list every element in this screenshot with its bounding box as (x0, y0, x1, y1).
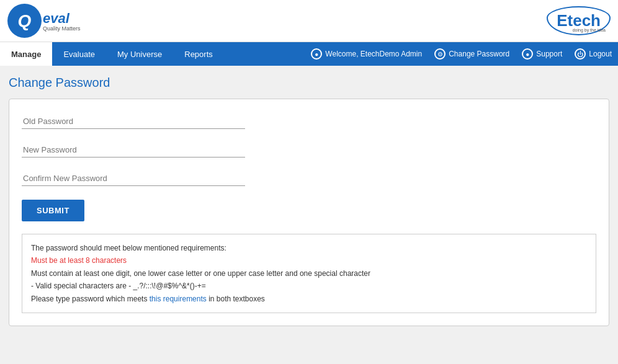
nav-change-password[interactable]: ⚙ Change Password (428, 42, 516, 66)
nav-item-evaluate[interactable]: Evaluate (52, 42, 106, 66)
requirements-box: The password should meet below mentioned… (22, 234, 596, 313)
gear-icon: ⚙ (434, 48, 446, 60)
power-icon: ⏻ (575, 48, 586, 60)
nav-welcome: ● Welcome, EtechDemo Admin (305, 42, 428, 66)
req-line4: Please type password which meets this re… (31, 293, 587, 305)
nav-item-my-universe[interactable]: My Universe (106, 42, 173, 66)
req-line2: Must contain at least one digit, one low… (31, 267, 587, 280)
person-icon: ● (311, 48, 322, 60)
support-icon: ● (522, 48, 533, 60)
form-card: SUBMIT The password should meet below me… (9, 99, 609, 326)
nav-item-manage[interactable]: Manage (0, 42, 52, 66)
page-title: Change Password (9, 76, 609, 90)
qeval-logo-text: eval Quality Matters (43, 11, 81, 32)
submit-button[interactable]: SUBMIT (22, 200, 84, 221)
app-header: Q eval Quality Matters E tech doing by t… (0, 0, 618, 42)
nav-support[interactable]: ● Support (516, 42, 568, 66)
nav-left: Manage Evaluate My Universe Reports (0, 42, 224, 66)
etech-logo: E tech doing by the idea (547, 6, 611, 35)
old-password-input[interactable] (22, 114, 245, 129)
navbar: Manage Evaluate My Universe Reports ● We… (0, 42, 618, 66)
old-password-group (22, 114, 596, 129)
req-title: The password should meet below mentioned… (31, 242, 587, 254)
confirm-password-input[interactable] (22, 171, 245, 186)
qeval-logo-q: Q (7, 4, 42, 38)
new-password-group (22, 143, 596, 158)
confirm-password-group (22, 171, 596, 186)
req-line1: Must be at least 8 characters (31, 254, 587, 267)
logo-area: Q eval Quality Matters (7, 4, 81, 38)
nav-item-reports[interactable]: Reports (173, 42, 224, 66)
main-content: Change Password SUBMIT The password shou… (0, 66, 618, 336)
new-password-input[interactable] (22, 143, 245, 158)
etech-tagline: doing by the idea (573, 28, 606, 32)
nav-logout[interactable]: ⏻ Logout (568, 42, 618, 66)
nav-right: ● Welcome, EtechDemo Admin ⚙ Change Pass… (305, 42, 618, 66)
req-line3: - Valid special characters are - _.?/:::… (31, 280, 587, 292)
